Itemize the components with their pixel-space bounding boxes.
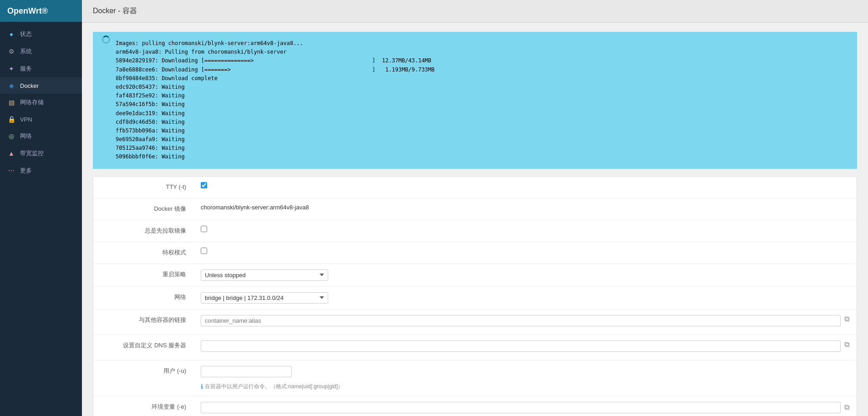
page-title: Docker - 容器 — [93, 7, 137, 15]
user-value: 1000:1000 ℹ 在容器中以用户运行命令。（格式:name|uid[:gr… — [193, 360, 857, 396]
sidebar-label-service: 服务 — [20, 65, 32, 73]
sidebar-item-docker[interactable]: ◈ Docker — [0, 77, 82, 94]
sidebar-item-storage[interactable]: ▤ 网络存储 — [0, 94, 82, 111]
link-row: 与其他容器的链接 ⧉ — [93, 309, 857, 335]
privileged-value — [193, 242, 857, 259]
user-label: 用户 (-u) — [93, 360, 193, 381]
link-value: ⧉ — [193, 309, 857, 332]
sidebar-label-monitor: 带宽监控 — [20, 149, 44, 157]
sidebar-label-system: 系统 — [20, 47, 32, 56]
tty-label: TTY (-t) — [93, 177, 193, 198]
logo-text: OpenWrt® — [7, 6, 48, 16]
restart-value: Unless stopped Always On failure No — [193, 264, 857, 286]
link-copy-icon[interactable]: ⧉ — [844, 315, 849, 323]
docker-image-row: Docker 镜像 choromanski/blynk-server:arm64… — [93, 198, 857, 220]
sidebar-item-monitor[interactable]: ▲ 带宽监控 — [0, 145, 82, 162]
vpn-icon: 🔒 — [7, 116, 15, 123]
service-icon: ✦ — [7, 65, 15, 72]
env-input[interactable]: TZ=Asia/Shanghai — [201, 402, 841, 413]
sidebar-item-status[interactable]: ● 状态 — [0, 25, 82, 43]
sidebar-label-status: 状态 — [20, 30, 32, 38]
restart-select[interactable]: Unless stopped Always On failure No — [201, 269, 328, 281]
network-row: 网络 bridge | bridge | 172.31.0.0/24 — [93, 287, 857, 309]
env-value: TZ=Asia/Shanghai ⧉ ℹ 在容器内部设置环境变量 — [193, 396, 857, 416]
system-icon: ⚙ — [7, 48, 15, 55]
restart-label: 重启策略 — [93, 264, 193, 285]
always-pull-row: 总是先拉取镜像 — [93, 220, 857, 242]
dns-copy-icon[interactable]: ⧉ — [844, 340, 849, 349]
sidebar-label-network: 网络 — [20, 132, 32, 140]
sidebar: OpenWrt® ● 状态 ⚙ 系统 ✦ 服务 ◈ Docker ▤ 网络存储 … — [0, 0, 82, 416]
sidebar-label-docker: Docker — [20, 82, 39, 89]
sidebar-item-network[interactable]: ◎ 网络 — [0, 127, 82, 145]
env-copy-icon[interactable]: ⧉ — [844, 403, 849, 411]
sidebar-item-more[interactable]: ⋯ 更多 — [0, 162, 82, 179]
sidebar-label-more: 更多 — [20, 167, 32, 175]
network-label: 网络 — [93, 287, 193, 308]
dns-value: 8.8.8.8 ⧉ — [193, 335, 857, 357]
link-input[interactable] — [201, 315, 841, 326]
form-container: Images: pulling choromanski/blynk-server… — [82, 23, 868, 416]
main-content: Docker - 容器 Images: pulling choromanski/… — [82, 0, 868, 416]
dns-input[interactable]: 8.8.8.8 — [201, 340, 841, 352]
status-icon: ● — [7, 30, 15, 38]
monitor-icon: ▲ — [7, 150, 15, 157]
restart-row: 重启策略 Unless stopped Always On failure No — [93, 264, 857, 287]
privileged-label: 特权模式 — [93, 242, 193, 263]
tty-row: TTY (-t) — [93, 177, 857, 198]
tty-checkbox[interactable] — [201, 182, 207, 188]
user-hint: ℹ 在容器中以用户运行命令。（格式:name|uid[:group|gid]） — [201, 383, 849, 391]
sidebar-nav: ● 状态 ⚙ 系统 ✦ 服务 ◈ Docker ▤ 网络存储 🔒 VPN — [0, 22, 82, 416]
network-value: bridge | bridge | 172.31.0.0/24 — [193, 287, 857, 309]
user-input[interactable]: 1000:1000 — [201, 366, 292, 377]
network-icon: ◎ — [7, 132, 15, 140]
docker-image-label: Docker 镜像 — [93, 198, 193, 219]
terminal-output: Images: pulling choromanski/blynk-server… — [116, 39, 848, 162]
sidebar-item-vpn[interactable]: 🔒 VPN — [0, 111, 82, 127]
env-label: 环境变量 (-e) — [93, 396, 193, 416]
privileged-checkbox[interactable] — [201, 248, 207, 254]
env-row: 环境变量 (-e) TZ=Asia/Shanghai ⧉ ℹ 在容器内部设置环境… — [93, 396, 857, 416]
user-row: 用户 (-u) 1000:1000 ℹ 在容器中以用户运行命令。（格式:name… — [93, 360, 857, 396]
page-header: Docker - 容器 — [82, 0, 868, 23]
always-pull-label: 总是先拉取镜像 — [93, 220, 193, 241]
dns-row: 设置自定义 DNS 服务器 8.8.8.8 ⧉ — [93, 335, 857, 360]
sidebar-label-vpn: VPN — [20, 116, 32, 123]
privileged-row: 特权模式 — [93, 242, 857, 264]
sidebar-item-service[interactable]: ✦ 服务 — [0, 60, 82, 77]
docker-image-text: choromanski/blynk-server:arm64v8-java8 — [201, 204, 309, 211]
app-logo: OpenWrt® — [0, 0, 82, 22]
sidebar-item-system[interactable]: ⚙ 系统 — [0, 43, 82, 60]
user-hint-text: 在容器中以用户运行命令。（格式:name|uid[:group|gid]） — [205, 383, 343, 391]
docker-icon: ◈ — [7, 82, 15, 89]
always-pull-value — [193, 220, 857, 238]
user-hint-icon: ℹ — [201, 383, 203, 390]
network-select[interactable]: bridge | bridge | 172.31.0.0/24 — [201, 292, 328, 304]
sidebar-label-storage: 网络存储 — [20, 98, 44, 107]
loading-spinner — [102, 36, 110, 44]
docker-form: TTY (-t) Docker 镜像 choromanski/blynk-ser… — [93, 176, 857, 416]
storage-icon: ▤ — [7, 99, 15, 106]
tty-value — [193, 177, 857, 194]
always-pull-checkbox[interactable] — [201, 226, 207, 232]
link-label: 与其他容器的链接 — [93, 309, 193, 330]
dns-label: 设置自定义 DNS 服务器 — [93, 335, 193, 356]
terminal-overlay: Images: pulling choromanski/blynk-server… — [93, 32, 857, 169]
more-icon: ⋯ — [7, 167, 15, 174]
docker-image-value: choromanski/blynk-server:arm64v8-java8 — [193, 198, 857, 216]
